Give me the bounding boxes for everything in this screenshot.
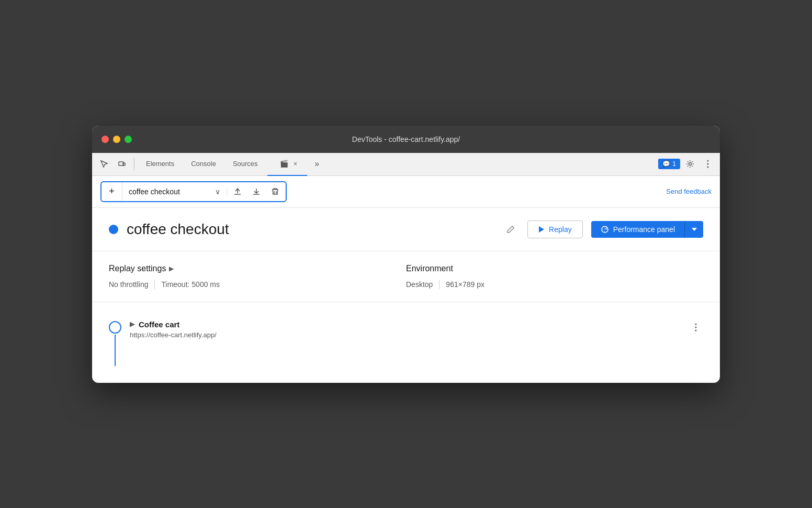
size-label: 961×789 px [446, 280, 484, 289]
svg-marker-6 [539, 226, 544, 233]
svg-rect-1 [123, 163, 125, 165]
replay-button[interactable]: Replay [527, 220, 583, 238]
feedback-count: 1 [672, 160, 676, 168]
environment-heading: Environment [406, 264, 703, 273]
environment-details: Desktop 961×789 px [406, 280, 703, 289]
replay-settings-details: No throttling Timeout: 5000 ms [109, 280, 406, 289]
settings-icon[interactable] [682, 156, 698, 172]
step-title: ▶ Coffee cart [130, 320, 680, 329]
toolbar-right: 💬 1 [658, 156, 716, 172]
minimize-traffic-light[interactable] [113, 136, 120, 143]
close-traffic-light[interactable] [102, 136, 109, 143]
step-line [115, 335, 116, 366]
more-options-icon[interactable] [700, 156, 716, 172]
device-label: Desktop [406, 280, 433, 289]
step-menu-button[interactable] [689, 320, 703, 335]
step-item: ▶ Coffee cart https://coffee-cart.netlif… [109, 315, 703, 370]
svg-point-5 [707, 167, 709, 168]
tab-sources[interactable]: Sources [225, 153, 265, 176]
recorder-tab-icon: 🎬 [280, 160, 288, 168]
devtools-tabbar: Elements Console Sources 🎬 × » 💬 1 [92, 153, 720, 176]
tab-elements[interactable]: Elements [139, 153, 182, 176]
svg-point-10 [695, 326, 697, 328]
dropdown-arrow-icon: ∨ [215, 187, 220, 196]
step-circle [109, 321, 121, 334]
recorder-toolbar: + coffee checkout ∨ [92, 176, 720, 208]
throttling-label: No throttling [109, 280, 148, 289]
traffic-lights [102, 136, 132, 143]
replay-settings-panel: Replay settings ▶ No throttling Timeout:… [109, 264, 406, 289]
recorder-close-icon[interactable]: × [291, 160, 300, 168]
device-mode-icon[interactable] [114, 156, 130, 172]
steps-section: ▶ Coffee cart https://coffee-cart.netlif… [92, 302, 720, 383]
svg-marker-8 [692, 228, 697, 231]
performance-panel-group: Performance panel [591, 221, 703, 238]
step-expand-icon[interactable]: ▶ [130, 321, 134, 328]
step-url: https://coffee-cart.netlify.app/ [130, 331, 680, 339]
export-recording-button[interactable] [229, 183, 246, 200]
step-content: ▶ Coffee cart https://coffee-cart.netlif… [130, 319, 680, 339]
svg-point-11 [695, 329, 697, 331]
recorder-selector: + coffee checkout ∨ [100, 181, 287, 202]
svg-point-2 [689, 163, 692, 165]
timeout-label: Timeout: 5000 ms [161, 280, 220, 289]
settings-section: Replay settings ▶ No throttling Timeout:… [92, 251, 720, 302]
feedback-icon: 💬 [662, 160, 670, 168]
step-node [109, 321, 121, 366]
send-feedback-link[interactable]: Send feedback [666, 187, 712, 195]
recording-dropdown[interactable]: coffee checkout ∨ [122, 187, 227, 196]
svg-point-4 [707, 163, 709, 165]
tab-recorder[interactable]: 🎬 × [267, 153, 307, 176]
delete-recording-button[interactable] [267, 183, 284, 200]
toolbar-divider [134, 158, 134, 170]
svg-point-9 [695, 323, 697, 325]
settings-divider [154, 280, 155, 289]
import-recording-button[interactable] [248, 183, 265, 200]
replay-settings-heading[interactable]: Replay settings ▶ [109, 264, 406, 273]
recording-name-text: coffee checkout [129, 187, 180, 196]
env-settings-divider [439, 280, 439, 289]
devtools-window: DevTools - coffee-cart.netlify.app/ Elem… [92, 126, 720, 383]
recording-header: coffee checkout Replay Performance panel [92, 208, 720, 251]
edit-title-button[interactable] [502, 221, 519, 238]
titlebar: DevTools - coffee-cart.netlify.app/ [92, 126, 720, 153]
feedback-badge[interactable]: 💬 1 [658, 159, 680, 169]
recording-title: coffee checkout [127, 221, 494, 238]
recorder-actions [227, 183, 286, 200]
replay-settings-arrow: ▶ [169, 265, 174, 272]
svg-point-3 [707, 160, 709, 162]
select-element-icon[interactable] [96, 156, 112, 172]
add-recording-button[interactable]: + [102, 182, 122, 201]
tab-console[interactable]: Console [184, 153, 223, 176]
titlebar-title: DevTools - coffee-cart.netlify.app/ [352, 135, 460, 143]
environment-panel: Environment Desktop 961×789 px [406, 264, 703, 289]
maximize-traffic-light[interactable] [125, 136, 132, 143]
performance-panel-dropdown-button[interactable] [684, 221, 703, 238]
more-tabs-icon[interactable]: » [309, 156, 325, 172]
performance-panel-button[interactable]: Performance panel [591, 221, 684, 238]
recording-status-dot [109, 225, 118, 234]
